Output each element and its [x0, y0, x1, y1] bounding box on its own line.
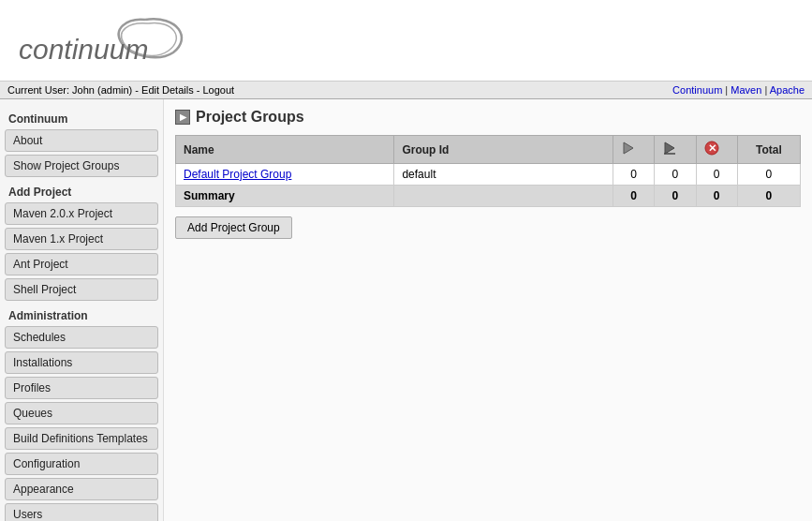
- sidebar-section-continuum: Continuum: [5, 107, 158, 129]
- col-header-error: ✕: [696, 136, 737, 164]
- col-header-success: [655, 136, 696, 164]
- section-expand-icon[interactable]: ▶: [175, 110, 190, 125]
- error-icon: ✕: [704, 141, 719, 156]
- topbar-link-continuum[interactable]: Continuum: [672, 84, 722, 96]
- sidebar-item-show-project-groups[interactable]: Show Project Groups: [5, 155, 158, 177]
- sidebar: Continuum About Show Project Groups Add …: [0, 99, 164, 521]
- sidebar-item-about[interactable]: About: [5, 129, 158, 152]
- page-title: Project Groups: [196, 109, 304, 126]
- sidebar-item-users[interactable]: Users: [5, 503, 158, 521]
- logo-area: continuum: [9, 7, 187, 73]
- cell-group-id: default: [394, 164, 613, 186]
- cell-summary-col3: 0: [696, 186, 737, 207]
- cell-col2: 0: [655, 164, 696, 186]
- col-header-total: Total: [737, 136, 800, 164]
- svg-text:✕: ✕: [707, 142, 716, 154]
- topbar-links: Continuum | Maven | Apache: [672, 84, 805, 96]
- sidebar-item-maven2[interactable]: Maven 2.0.x Project: [5, 202, 158, 225]
- add-button-row: Add Project Group: [175, 216, 801, 239]
- add-project-group-button[interactable]: Add Project Group: [175, 216, 292, 239]
- project-group-link[interactable]: Default Project Group: [184, 168, 291, 181]
- layout: Continuum About Show Project Groups Add …: [0, 99, 812, 521]
- sidebar-item-installations[interactable]: Installations: [5, 351, 158, 374]
- header: continuum: [0, 0, 812, 82]
- svg-marker-2: [665, 142, 674, 154]
- svg-text:continuum: continuum: [19, 34, 148, 65]
- cell-summary-group-id: [394, 186, 613, 207]
- svg-marker-1: [624, 142, 633, 154]
- col-header-group-id: Group Id: [394, 136, 613, 164]
- section-header: ▶ Project Groups: [175, 109, 801, 126]
- table-row: Default Project Group default 0 0 0 0: [176, 164, 801, 186]
- cell-project-name: Default Project Group: [176, 164, 394, 186]
- sidebar-item-schedules[interactable]: Schedules: [5, 326, 158, 349]
- sidebar-item-configuration[interactable]: Configuration: [5, 453, 158, 475]
- sidebar-item-build-definitions[interactable]: Build Definitions Templates: [5, 427, 158, 450]
- project-groups-table: Name Group Id: [175, 135, 801, 207]
- sidebar-section-add-project: Add Project: [5, 180, 158, 202]
- sidebar-item-shell[interactable]: Shell Project: [5, 278, 158, 301]
- cell-col3: 0: [696, 164, 737, 186]
- build-in-progress-icon: [621, 141, 636, 156]
- cell-total: 0: [737, 164, 800, 186]
- sidebar-item-maven1[interactable]: Maven 1.x Project: [5, 228, 158, 250]
- continuum-logo: continuum: [9, 10, 187, 71]
- sidebar-item-queues[interactable]: Queues: [5, 402, 158, 424]
- current-user-info: Current User: John (admin) - Edit Detail…: [7, 84, 234, 96]
- cell-summary-label: Summary: [176, 186, 394, 207]
- cell-col1: 0: [613, 164, 654, 186]
- cell-summary-col1: 0: [613, 186, 654, 207]
- col-header-build: [613, 136, 654, 164]
- sidebar-item-profiles[interactable]: Profiles: [5, 377, 158, 399]
- topbar: Current User: John (admin) - Edit Detail…: [0, 82, 812, 99]
- sidebar-section-administration: Administration: [5, 304, 158, 326]
- topbar-link-maven[interactable]: Maven: [731, 84, 761, 96]
- summary-row: Summary 0 0 0 0: [176, 186, 801, 207]
- table-header-row: Name Group Id: [176, 136, 801, 164]
- success-icon: [662, 141, 677, 156]
- col-header-name: Name: [176, 136, 394, 164]
- cell-summary-total: 0: [737, 186, 800, 207]
- main-content: ▶ Project Groups Name Group Id: [164, 99, 812, 521]
- sidebar-item-ant[interactable]: Ant Project: [5, 253, 158, 275]
- cell-summary-col2: 0: [655, 186, 696, 207]
- topbar-link-apache[interactable]: Apache: [770, 84, 805, 96]
- sidebar-item-appearance[interactable]: Appearance: [5, 478, 158, 500]
